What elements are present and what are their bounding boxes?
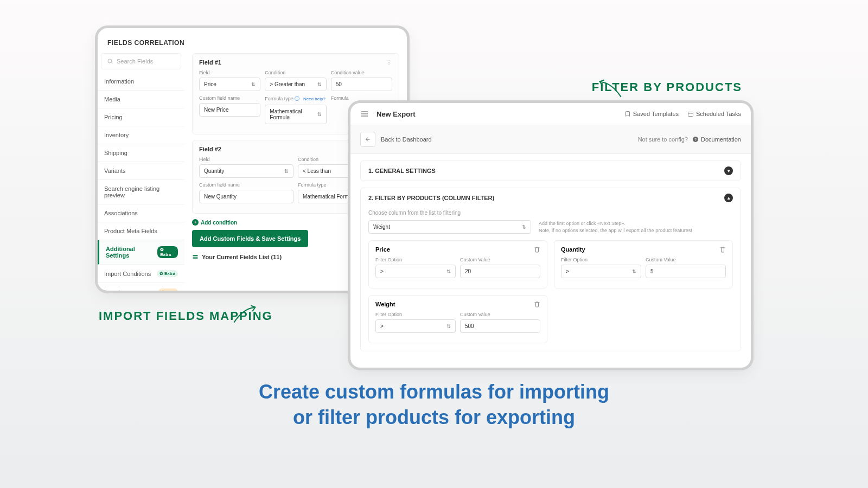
- filter-card-weight: Weight Filter Option>⇅ Custom Value500: [368, 295, 547, 343]
- panel1-title: FIELDS CORRELATION: [98, 39, 407, 53]
- quantity-filter-option[interactable]: >⇅: [561, 265, 641, 278]
- svg-text:?: ?: [694, 138, 697, 142]
- bookmark-icon: [624, 111, 631, 117]
- saved-templates-link[interactable]: Saved Templates: [624, 111, 679, 117]
- headline: Create custom formulas for importing or …: [0, 380, 868, 431]
- new-export-panel: New Export Saved Templates Scheduled Tas…: [350, 103, 751, 368]
- field1-field-select[interactable]: Price⇅: [199, 78, 260, 91]
- help-icon: ?: [692, 136, 699, 143]
- nav-variants[interactable]: Variants: [98, 162, 184, 180]
- trash-icon[interactable]: [719, 246, 726, 253]
- sidebar: Search Fields Information Media Pricing …: [98, 53, 184, 288]
- nav-inventory[interactable]: Inventory: [98, 126, 184, 144]
- field1-ftype-select[interactable]: Mathematical Formula⇅: [265, 105, 326, 124]
- nav-information[interactable]: Information: [98, 73, 184, 91]
- new-badge: ★ New: [158, 288, 178, 291]
- calendar-icon: [687, 111, 694, 117]
- filter-hint: Choose column from the list to filtering: [368, 210, 733, 216]
- nav-seo[interactable]: Search engine listing preview: [98, 180, 184, 204]
- svg-rect-9: [193, 259, 198, 260]
- field1-cval-input[interactable]: 50: [331, 78, 392, 91]
- weight-filter-option[interactable]: >⇅: [375, 319, 456, 333]
- general-settings-section[interactable]: 1. GENERAL SETTINGS▾: [360, 160, 741, 181]
- filter-note: Add the first option or click «Next Step…: [539, 220, 692, 234]
- svg-rect-7: [193, 255, 198, 256]
- svg-rect-8: [193, 257, 198, 258]
- menu-icon[interactable]: [360, 110, 369, 118]
- chevron-up-icon: ▴: [724, 194, 733, 202]
- svg-point-5: [388, 63, 389, 65]
- svg-point-0: [108, 59, 112, 63]
- filter-card-price: Price Filter Option>⇅ Custom Value20: [368, 240, 547, 288]
- field1-cname-input[interactable]: New Price: [199, 103, 260, 117]
- nav-meta[interactable]: Product Meta Fields: [98, 222, 184, 240]
- filter-products-section: 2. FILTER BY PRODUCTS (COLUMN FILTER)▴ C…: [360, 188, 741, 351]
- search-icon: [107, 58, 113, 65]
- svg-point-3: [388, 62, 389, 63]
- nav-shipping[interactable]: Shipping: [98, 144, 184, 162]
- scheduled-tasks-link[interactable]: Scheduled Tasks: [687, 111, 741, 117]
- nav-associations[interactable]: Associations: [98, 204, 184, 222]
- field2-field-select[interactable]: Quantity⇅: [199, 164, 293, 178]
- quantity-custom-value[interactable]: 5: [646, 265, 726, 278]
- filter-card-quantity: Quantity Filter Option>⇅ Custom Value5: [554, 240, 733, 288]
- nav-import-cond[interactable]: Import Conditions✿ Extra: [98, 265, 184, 283]
- trash-icon[interactable]: [534, 301, 540, 307]
- field2-cname-input[interactable]: New Quantity: [199, 190, 293, 203]
- chevron-down-icon: ▾: [724, 166, 733, 175]
- arrow-left-icon: [365, 136, 371, 143]
- search-fields-input[interactable]: Search Fields: [101, 53, 181, 69]
- field1-cond-select[interactable]: > Greater than⇅: [265, 78, 326, 91]
- nav-media[interactable]: Media: [98, 91, 184, 108]
- svg-point-2: [390, 60, 391, 61]
- drag-handle-icon[interactable]: [386, 59, 392, 66]
- svg-point-4: [390, 62, 391, 63]
- extra-badge: ✿ Extra: [157, 246, 178, 258]
- nav-pricing[interactable]: Pricing: [98, 108, 184, 126]
- nav-icecat[interactable]: Icecat★ New: [98, 283, 184, 291]
- list-icon: [192, 254, 199, 260]
- svg-point-1: [388, 60, 389, 61]
- back-label: Back to Dashboard: [381, 136, 432, 143]
- price-custom-value[interactable]: 20: [460, 265, 540, 278]
- weight-custom-value[interactable]: 500: [460, 319, 540, 333]
- column-select[interactable]: Weight⇅: [368, 220, 531, 234]
- extra-badge: ✿ Extra: [157, 270, 178, 277]
- back-button[interactable]: [360, 132, 375, 147]
- trash-icon[interactable]: [534, 246, 540, 253]
- price-filter-option[interactable]: >⇅: [375, 265, 456, 278]
- save-settings-button[interactable]: Add Custom Fields & Save Settings: [192, 230, 308, 247]
- nav-additional[interactable]: Additional Settings✿ Extra: [98, 240, 184, 265]
- panel2-title: New Export: [376, 110, 416, 118]
- svg-rect-11: [688, 112, 693, 117]
- documentation-link[interactable]: ?Documentation: [692, 136, 741, 143]
- current-fields-list[interactable]: Your Current Fields List (11): [192, 254, 282, 260]
- svg-point-6: [390, 63, 391, 65]
- config-hint: Not sure to config?: [638, 136, 688, 143]
